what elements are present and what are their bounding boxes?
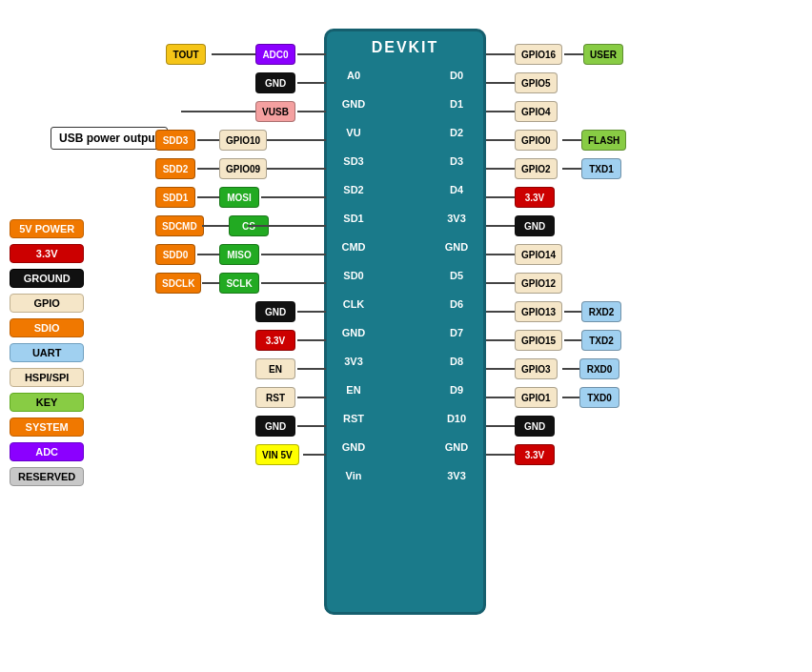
- pin-gnd-r1: GND: [515, 215, 555, 236]
- legend-ground: GROUND: [10, 269, 84, 288]
- chip-pin-gnd1: GND: [335, 92, 373, 116]
- chip-pin-d2: D2: [437, 120, 476, 145]
- legend-33v: 3.3V: [10, 244, 84, 263]
- pin-gpio09: GPIO09: [219, 158, 267, 179]
- chip-pin-d5: D5: [437, 263, 476, 288]
- pin-gpio14: GPIO14: [515, 244, 562, 265]
- legend: 5V POWER 3.3V GROUND GPIO SDIO UART HSPI…: [10, 219, 84, 486]
- pin-gpio10: GPIO10: [219, 130, 267, 151]
- pin-sdd2: SDD2: [155, 158, 195, 179]
- chip-pin-rst: RST: [335, 406, 373, 431]
- pin-gpio13: GPIO13: [515, 301, 562, 322]
- chip-pin-vu: VU: [335, 120, 373, 145]
- pin-vusb: VUSB: [255, 101, 295, 122]
- chip-pin-gnd4: GND: [437, 234, 476, 259]
- chip-pin-a0: A0: [335, 63, 373, 88]
- pin-33v-l: 3.3V: [255, 330, 295, 351]
- chip-pin-gndr: GND: [437, 435, 476, 459]
- chip-pin-3v3b: 3V3: [437, 206, 476, 231]
- pin-rxd0: RXD0: [579, 358, 619, 379]
- chip-pin-d3: D3: [437, 149, 476, 173]
- pin-gnd-l1: GND: [255, 72, 295, 93]
- pin-txd1: TXD1: [581, 158, 621, 179]
- chip-pin-d4: D4: [437, 177, 476, 202]
- pin-txd0: TXD0: [579, 387, 619, 408]
- chip-pin-d0: D0: [437, 63, 476, 88]
- pin-gpio5: GPIO5: [515, 72, 558, 93]
- legend-reserved: RESERVED: [10, 467, 84, 486]
- chip-pin-d1: D1: [437, 92, 476, 116]
- pin-miso: MISO: [219, 244, 259, 265]
- pin-gnd-r2: GND: [515, 416, 555, 437]
- pin-gpio3: GPIO3: [515, 358, 558, 379]
- pin-gnd-l3: GND: [255, 416, 295, 437]
- chip-pin-vin: Vin: [335, 463, 373, 488]
- legend-key: KEY: [10, 393, 84, 412]
- pin-sdd3: SDD3: [155, 130, 195, 151]
- pin-33v-r1: 3.3V: [515, 187, 555, 208]
- pin-rxd2: RXD2: [581, 301, 621, 322]
- pin-vin5v: VIN 5V: [255, 444, 299, 465]
- chip-pin-d7: D7: [437, 320, 476, 345]
- pin-gpio0: GPIO0: [515, 130, 558, 151]
- chip-pin-sd1: SD1: [335, 206, 373, 231]
- legend-system: SYSTEM: [10, 417, 84, 437]
- legend-uart: UART: [10, 343, 84, 362]
- diagram: 5V POWER 3.3V GROUND GPIO SDIO UART HSPI…: [0, 0, 812, 672]
- pin-user: USER: [583, 44, 623, 65]
- pin-gpio16: GPIO16: [515, 44, 562, 65]
- chip-pin-sd0: SD0: [335, 263, 373, 288]
- legend-adc: ADC: [10, 442, 84, 461]
- pin-adc0: ADC0: [255, 44, 295, 65]
- chip-body: DEVKIT A0 GND VU SD3 SD2 SD1 CMD SD0 CLK…: [324, 29, 486, 615]
- chip-pin-en: EN: [335, 377, 373, 402]
- pin-gpio1: GPIO1: [515, 387, 558, 408]
- pin-33v-r2: 3.3V: [515, 444, 555, 465]
- pin-sclk: SCLK: [219, 273, 259, 294]
- pin-gnd-l2: GND: [255, 301, 295, 322]
- legend-gpio: GPIO: [10, 294, 84, 313]
- pin-sdclk: SDCLK: [155, 273, 201, 294]
- chip-pin-d9: D9: [437, 377, 476, 402]
- chip-pin-3v3a: 3V3: [335, 349, 373, 374]
- pin-txd2: TXD2: [581, 330, 621, 351]
- chip-pin-cmd: CMD: [335, 234, 373, 259]
- chip-pin-clk: CLK: [335, 292, 373, 316]
- pin-gpio2: GPIO2: [515, 158, 558, 179]
- pin-gpio12: GPIO12: [515, 273, 562, 294]
- chip-pin-3v3r: 3V3: [437, 463, 476, 488]
- chip-pin-d8: D8: [437, 349, 476, 374]
- chip-pin-d10: D10: [437, 406, 476, 431]
- legend-5vpower: 5V POWER: [10, 219, 84, 238]
- chip-title: DEVKIT: [327, 31, 483, 60]
- pin-gpio15: GPIO15: [515, 330, 562, 351]
- pin-gpio4: GPIO4: [515, 101, 558, 122]
- chip-pin-sd3: SD3: [335, 149, 373, 173]
- chip-pin-sd2: SD2: [335, 177, 373, 202]
- pin-en: EN: [255, 358, 295, 379]
- legend-sdio: SDIO: [10, 318, 84, 337]
- pin-tout: TOUT: [166, 44, 206, 65]
- pin-sdd0: SDD0: [155, 244, 195, 265]
- pin-rst: RST: [255, 387, 295, 408]
- legend-hspispi: HSPI/SPI: [10, 368, 84, 387]
- pin-sdd1: SDD1: [155, 187, 195, 208]
- usb-power-label: USB power output: [51, 127, 168, 150]
- chip-pin-gnd3: GND: [335, 435, 373, 459]
- pin-flash: FLASH: [581, 130, 626, 151]
- pin-mosi: MOSI: [219, 187, 259, 208]
- chip-pin-gnd2: GND: [335, 320, 373, 345]
- pin-sdcmd: SDCMD: [155, 215, 204, 236]
- chip-pin-d6: D6: [437, 292, 476, 316]
